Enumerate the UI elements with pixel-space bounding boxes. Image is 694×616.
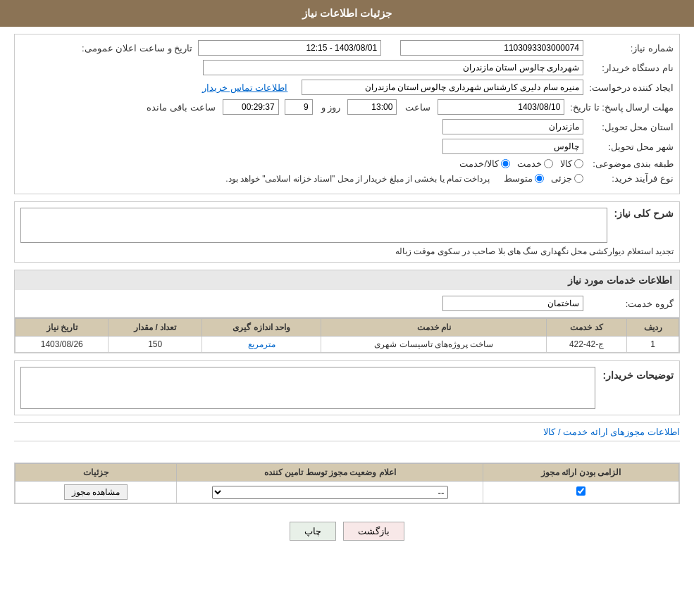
announce-datetime-label: تاریخ و ساعت اعلان عمومی:: [82, 43, 192, 54]
radio-jozii: جزئی: [551, 173, 583, 184]
response-date-input[interactable]: [438, 99, 564, 115]
row-deadline: مهلت ارسال پاسخ: تا تاریخ: ساعت روز و سا…: [20, 99, 674, 115]
category-label: طبقه بندی موضوعی:: [589, 158, 674, 169]
radio-motovaset: متوسط: [504, 173, 544, 184]
creator-label: ایجاد کننده درخواست:: [589, 82, 674, 93]
service-group-label: گروه خدمت:: [589, 298, 674, 309]
remaining-label: ساعت باقی مانده: [147, 102, 215, 113]
buyer-notes-label: توضیحات خریدار:: [602, 367, 674, 381]
col-code: کد خدمت: [547, 319, 627, 337]
need-description-section: شرح کلی نیاز: تجدید استعلام دیوارکشی محل…: [14, 201, 680, 263]
need-description-label: شرح کلی نیاز:: [614, 208, 674, 219]
table-row: 1 ج-42-422 ساخت پروژه‌های تاسیسات شهری م…: [16, 337, 679, 353]
row-purchase-type: نوع فرآیند خرید: جزئی متوسط پرداخت تمام …: [20, 173, 674, 184]
perm-table-container: الزامی بودن ارائه مجوز اعلام وضعیت مجوز …: [14, 463, 680, 504]
radio-kala-input[interactable]: [574, 159, 583, 168]
buyer-org-label: نام دستگاه خریدار:: [589, 63, 674, 73]
perm-header-row: الزامی بودن ارائه مجوز اعلام وضعیت مجوز …: [16, 464, 679, 482]
response-days-input[interactable]: [285, 99, 313, 115]
col-name: نام خدمت: [321, 319, 547, 337]
row-creator: ایجاد کننده درخواست: اطلاعات تماس خریدار: [20, 80, 674, 95]
services-group-row: گروه خدمت:: [14, 290, 680, 318]
services-section-title: اطلاعات خدمات مورد نیاز: [14, 270, 680, 290]
view-permit-button[interactable]: مشاهده مجوز: [64, 484, 128, 500]
services-table-container: ردیف کد خدمت نام خدمت واحد اندازه گیری ت…: [14, 318, 680, 353]
buyer-notes-section: توضیحات خریدار:: [14, 360, 680, 415]
province-input[interactable]: [442, 119, 583, 134]
perm-col-details: جزئیات: [16, 464, 177, 482]
radio-jozii-label: جزئی: [551, 173, 572, 184]
services-table: ردیف کد خدمت نام خدمت واحد اندازه گیری ت…: [15, 318, 679, 353]
perm-table: الزامی بودن ارائه مجوز اعلام وضعیت مجوز …: [15, 463, 679, 503]
need-description-value: تجدید استعلام دیوارکشی محل نگهداری سگ ها…: [395, 246, 674, 256]
cell-row: 1: [627, 337, 679, 353]
payment-note: پرداخت تمام یا بخشی از مبلغ خریدار از مح…: [225, 174, 490, 184]
radio-kala: کالا: [560, 158, 583, 169]
row-city: شهر محل تحویل:: [20, 139, 674, 154]
row-category: طبقه بندی موضوعی: کالا خدمت کالا/خدمت: [20, 158, 674, 169]
perm-cell-required: [483, 482, 679, 503]
radio-motovaset-label: متوسط: [504, 173, 533, 184]
perm-table-row: -- مشاهده مجوز: [16, 482, 679, 503]
page-wrapper: جزئیات اطلاعات نیاز شماره نیاز: تاریخ و …: [0, 0, 694, 616]
need-number-label: شماره نیاز:: [589, 43, 674, 54]
page-header: جزئیات اطلاعات نیاز: [0, 0, 694, 27]
service-group-input[interactable]: [442, 296, 583, 311]
services-table-header-row: ردیف کد خدمت نام خدمت واحد اندازه گیری ت…: [16, 319, 679, 337]
row-province: استان محل تحویل:: [20, 119, 674, 134]
back-button[interactable]: بازگشت: [343, 522, 404, 541]
city-label: شهر محل تحویل:: [589, 142, 674, 152]
col-qty: تعداد / مقدار: [109, 319, 202, 337]
radio-khadamat: خدمت: [517, 158, 553, 169]
perm-cell-details: مشاهده مجوز: [16, 482, 177, 503]
category-radio-group: کالا خدمت کالا/خدمت: [459, 158, 583, 169]
contact-link[interactable]: اطلاعات تماس خریدار: [202, 82, 287, 93]
response-time-input[interactable]: [347, 99, 397, 115]
city-input[interactable]: [442, 139, 583, 154]
response-remaining-input[interactable]: [223, 99, 279, 115]
purchase-type-label: نوع فرآیند خرید:: [589, 173, 674, 184]
perm-cell-status: --: [177, 482, 483, 503]
creator-input[interactable]: [302, 80, 583, 95]
need-number-input[interactable]: [400, 40, 583, 56]
cell-code: ج-42-422: [547, 337, 627, 353]
content-area: شماره نیاز: تاریخ و ساعت اعلان عمومی: نا…: [0, 27, 694, 558]
response-deadline-label: مهلت ارسال پاسخ: تا تاریخ:: [570, 102, 674, 113]
radio-jozii-input[interactable]: [574, 174, 583, 183]
purchase-type-radio-group: جزئی متوسط: [504, 173, 583, 184]
permissions-title: اطلاعات مجوزهای ارائه خدمت / کالا: [14, 422, 680, 441]
print-button[interactable]: چاپ: [290, 522, 336, 541]
page-title: جزئیات اطلاعات نیاز: [302, 7, 392, 19]
cell-qty: 150: [109, 337, 202, 353]
col-row: ردیف: [627, 319, 679, 337]
perm-status-select[interactable]: --: [212, 486, 447, 499]
row-buyer-org: نام دستگاه خریدار:: [20, 60, 674, 75]
radio-kala-khadamat: کالا/خدمت: [459, 158, 510, 169]
button-row: بازگشت چاپ: [14, 511, 680, 551]
radio-khadamat-label: خدمت: [517, 158, 542, 169]
cell-unit: مترمربع: [202, 337, 321, 353]
need-description-textarea[interactable]: [20, 208, 607, 243]
buyer-notes-textarea[interactable]: [20, 367, 595, 409]
col-date: تاریخ نیاز: [16, 319, 109, 337]
cell-name: ساخت پروژه‌های تاسیسات شهری: [321, 337, 547, 353]
perm-col-status: اعلام وضعیت مجوز توسط تامین کننده: [177, 464, 483, 482]
permissions-section: اطلاعات مجوزهای ارائه خدمت / کالا الزامی…: [14, 422, 680, 504]
cell-date: 1403/08/26: [16, 337, 109, 353]
top-info-section: شماره نیاز: تاریخ و ساعت اعلان عمومی: نا…: [14, 34, 680, 194]
time-label: ساعت: [405, 102, 430, 113]
radio-motovaset-input[interactable]: [535, 174, 544, 183]
radio-kala-label: کالا: [560, 158, 572, 169]
radio-kala-khadamat-input[interactable]: [501, 159, 510, 168]
days-label: روز و: [321, 102, 341, 113]
perm-required-checkbox[interactable]: [576, 486, 585, 496]
province-label: استان محل تحویل:: [589, 122, 674, 132]
radio-khadamat-input[interactable]: [544, 159, 553, 168]
buyer-org-input[interactable]: [203, 60, 583, 75]
radio-kala-khadamat-label: کالا/خدمت: [459, 158, 499, 169]
col-unit: واحد اندازه گیری: [202, 319, 321, 337]
perm-col-required: الزامی بودن ارائه مجوز: [483, 464, 679, 482]
row-need-number: شماره نیاز: تاریخ و ساعت اعلان عمومی:: [20, 40, 674, 56]
announce-datetime-input[interactable]: [198, 40, 381, 56]
